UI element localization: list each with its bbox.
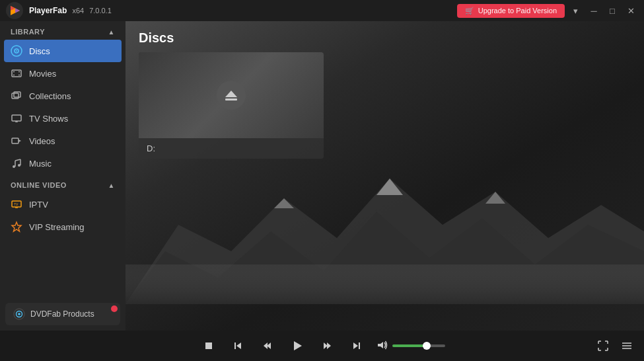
playlist-button[interactable] — [618, 337, 636, 355]
svg-marker-41 — [236, 342, 241, 349]
sidebar-item-iptv[interactable]: TV IPTV — [0, 193, 125, 216]
sidebar-item-movies-label: Movies — [29, 69, 56, 79]
stop-icon — [204, 341, 213, 350]
maximize-button[interactable]: □ — [604, 4, 620, 17]
svg-marker-49 — [378, 342, 383, 348]
vip-icon — [11, 221, 22, 233]
upgrade-button[interactable]: 🛒 Upgrade to Paid Version — [457, 4, 565, 18]
volume-slider[interactable] — [392, 344, 445, 347]
main-content: Library ▲ Discs Movies Collections — [0, 21, 644, 331]
sidebar-item-tvshows[interactable]: TV Shows — [0, 107, 125, 130]
sidebar-item-tvshows-label: TV Shows — [29, 114, 68, 124]
svg-rect-39 — [205, 342, 212, 349]
music-icon — [11, 157, 22, 169]
online-video-section-header: Online Video ▲ — [0, 175, 125, 193]
sidebar-item-videos-label: Videos — [29, 136, 55, 146]
svg-rect-47 — [359, 342, 360, 349]
sidebar-item-music-label: Music — [29, 159, 52, 169]
app-logo — [5, 1, 24, 20]
library-label: Library — [11, 28, 45, 36]
svg-rect-7 — [12, 70, 21, 77]
volume-thumb[interactable] — [423, 342, 431, 350]
prev-button[interactable] — [229, 337, 247, 355]
volume-control — [376, 339, 445, 353]
library-section-header: Library ▲ — [0, 21, 125, 40]
title-bar-left: PlayerFab x64 7.0.0.1 — [5, 1, 112, 20]
notification-dot — [111, 305, 118, 312]
sidebar: Library ▲ Discs Movies Collections — [0, 21, 125, 331]
dropdown-button[interactable]: ▾ — [567, 4, 583, 17]
disc-icon — [11, 45, 22, 57]
rewind-icon — [262, 341, 271, 350]
disc-visual — [139, 52, 324, 138]
video-icon — [11, 135, 22, 147]
rewind-button[interactable] — [258, 337, 276, 355]
svg-point-11 — [18, 75, 20, 76]
fastforward-icon — [323, 341, 332, 350]
sidebar-item-collections[interactable]: Collections — [0, 85, 125, 107]
play-icon — [291, 340, 303, 352]
prev-icon — [233, 341, 242, 350]
disc-drive-label: D: — [139, 138, 324, 159]
svg-text:TV: TV — [14, 202, 18, 206]
tv-icon — [11, 112, 22, 124]
movie-icon — [11, 67, 22, 79]
close-button[interactable]: ✕ — [623, 4, 639, 17]
sidebar-item-movies[interactable]: Movies — [0, 62, 125, 85]
svg-rect-14 — [12, 115, 21, 121]
iptv-icon: TV — [11, 198, 22, 210]
svg-rect-38 — [225, 99, 237, 100]
online-video-chevron-icon[interactable]: ▲ — [108, 182, 115, 189]
sidebar-item-iptv-label: IPTV — [29, 200, 48, 210]
title-bar: PlayerFab x64 7.0.0.1 🛒 Upgrade to Paid … — [0, 0, 644, 21]
sidebar-item-discs-label: Discs — [29, 46, 50, 56]
upgrade-label: Upgrade to Paid Version — [478, 7, 557, 15]
dvdfab-button[interactable]: DVDFab Products — [5, 303, 120, 325]
svg-marker-46 — [327, 342, 331, 349]
svg-marker-37 — [225, 91, 237, 97]
player-bar — [0, 331, 644, 361]
page-title: Discs — [139, 30, 631, 46]
content-header: Discs — [125, 21, 644, 52]
svg-rect-17 — [12, 138, 18, 143]
cart-icon: 🛒 — [465, 7, 474, 15]
svg-point-10 — [18, 71, 20, 73]
volume-icon — [376, 339, 388, 353]
sidebar-item-music[interactable]: Music — [0, 152, 125, 175]
collections-icon — [11, 90, 22, 102]
play-button[interactable] — [287, 335, 308, 356]
eject-button[interactable] — [217, 81, 246, 110]
sidebar-item-discs[interactable]: Discs — [4, 40, 122, 62]
fullscreen-icon — [598, 341, 608, 351]
svg-rect-33 — [125, 264, 644, 304]
playlist-icon — [622, 341, 632, 351]
svg-marker-18 — [18, 140, 21, 142]
svg-rect-12 — [12, 93, 18, 99]
content-area: Discs D: — [125, 21, 644, 331]
svg-point-9 — [13, 75, 15, 76]
app-arch: x64 — [72, 7, 84, 15]
next-button[interactable] — [347, 337, 366, 355]
eject-icon — [224, 88, 238, 102]
title-bar-right: 🛒 Upgrade to Paid Version ▾ ─ □ ✕ — [457, 4, 639, 18]
svg-line-23 — [15, 159, 20, 161]
minimize-button[interactable]: ─ — [586, 4, 602, 17]
svg-marker-44 — [294, 341, 302, 350]
disc-panel: D: — [139, 52, 324, 159]
sidebar-item-vip-streaming[interactable]: VIP Streaming — [0, 216, 125, 238]
fastforward-button[interactable] — [318, 337, 337, 355]
disc-card: D: — [139, 52, 324, 159]
sidebar-item-collections-label: Collections — [29, 91, 71, 101]
svg-rect-13 — [14, 92, 20, 97]
fullscreen-button[interactable] — [594, 337, 612, 355]
svg-rect-40 — [234, 342, 236, 349]
svg-point-30 — [18, 313, 20, 315]
sidebar-item-vip-streaming-label: VIP Streaming — [29, 222, 85, 232]
sidebar-item-videos[interactable]: Videos — [0, 130, 125, 152]
stop-button[interactable] — [199, 337, 218, 355]
svg-marker-34 — [274, 198, 294, 208]
svg-point-8 — [13, 71, 15, 73]
svg-marker-48 — [353, 342, 358, 349]
dvdfab-label: DVDFab Products — [30, 309, 94, 319]
library-chevron-icon[interactable]: ▲ — [108, 28, 115, 36]
